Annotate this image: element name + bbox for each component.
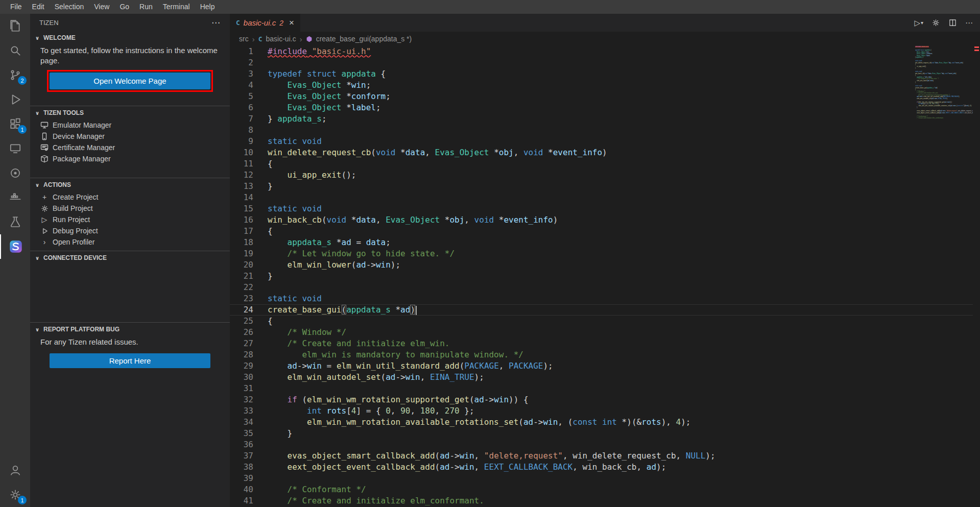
code-line[interactable]: 8 — [230, 125, 973, 136]
activity-item-source-control[interactable]: 2 — [0, 63, 30, 87]
sidebar-item-debug-project[interactable]: Debug Project — [30, 225, 230, 236]
breadcrumb-src[interactable]: src — [239, 35, 249, 43]
sidebar-item-run-project[interactable]: ▷ Run Project — [30, 214, 230, 225]
code-line[interactable]: 40 /* Conformant */ — [230, 484, 973, 495]
line-number: 33 — [230, 405, 253, 417]
code-line[interactable]: 30 elm_win_autodel_set(ad->win, EINA_TRU… — [230, 372, 973, 383]
code-line: 41 /* Create and initialize elm_conforma… — [913, 117, 973, 119]
editor-settings-button[interactable] — [931, 18, 940, 27]
activity-item-test-explorer[interactable] — [0, 161, 30, 185]
code-line[interactable]: 7} appdata_s; — [230, 113, 973, 125]
code-line[interactable]: 5 Evas_Object *conform; — [230, 91, 973, 102]
tab-basic-ui-c[interactable]: C basic-ui.c 2 × — [230, 14, 300, 32]
sidebar-item-open-profiler[interactable]: › Open Profiler — [30, 236, 230, 248]
activity-item-accounts[interactable] — [0, 458, 30, 482]
report-here-button[interactable]: Report Here — [50, 353, 210, 368]
code-line[interactable]: 20 elm_win_lower(ad->win); — [230, 259, 973, 271]
chevron-down-icon: ∨ — [34, 110, 41, 116]
open-welcome-page-button[interactable]: Open Welcome Page — [50, 73, 210, 89]
sidebar-item-emulator-manager[interactable]: Emulator Manager — [30, 119, 230, 131]
line-number: 37 — [230, 450, 253, 462]
more-actions-icon[interactable]: ⋯ — [211, 17, 221, 28]
code-line[interactable]: 41 /* Create and initialize elm_conforma… — [230, 495, 973, 506]
code-line[interactable]: 4 Evas_Object *win; — [230, 80, 973, 91]
code-line[interactable]: 39 — [230, 473, 973, 484]
menu-view[interactable]: View — [89, 0, 114, 14]
sidebar-item-device-manager[interactable]: Device Manager — [30, 131, 230, 142]
code-line[interactable]: 2 — [230, 57, 973, 68]
code-line[interactable]: 3typedef struct appdata { — [230, 68, 973, 80]
more-actions-button[interactable]: ⋯ — [965, 18, 973, 28]
run-file-button[interactable]: ▷▾ — [914, 18, 923, 28]
code-line[interactable]: 22 — [230, 282, 973, 293]
code-line[interactable]: 19 /* Let window go to hide state. */ — [230, 248, 973, 259]
sidebar-item-package-manager[interactable]: Package Manager — [30, 153, 230, 164]
code-line[interactable]: 1#include "basic-ui.h" — [230, 46, 973, 57]
breadcrumb-symbol[interactable]: create_base_gui(appdata_s *) — [316, 35, 412, 43]
code-line[interactable]: 38 eext_object_event_callback_add(ad->wi… — [230, 462, 973, 473]
code-line[interactable]: 15static void — [230, 203, 973, 214]
code-line[interactable]: 24create_base_gui(appdata_s *ad) — [230, 304, 973, 316]
sidebar-item-create-project[interactable]: + Create Project — [30, 191, 230, 203]
code-line[interactable]: 25{ — [230, 316, 973, 327]
section-connected-device-header[interactable]: ∨ CONNECTED DEVICE — [30, 251, 230, 264]
sidebar-item-label: Certificate Manager — [53, 143, 115, 152]
sidebar-item-build-project[interactable]: Build Project — [30, 203, 230, 214]
code-line[interactable]: 26 /* Window */ — [230, 327, 973, 338]
code-line[interactable]: 34 elm_win_wm_rotation_available_rotatio… — [230, 417, 973, 428]
section-welcome-header[interactable]: ∨ WELCOME — [30, 31, 230, 44]
code-line[interactable]: 16win_back_cb(void *data, Evas_Object *o… — [230, 214, 973, 226]
code-area[interactable]: 1#include "basic-ui.h"23typedef struct a… — [230, 46, 973, 507]
line-number: 11 — [230, 158, 253, 170]
sidebar-item-certificate-manager[interactable]: Certificate Manager — [30, 142, 230, 153]
activity-item-remote-explorer[interactable] — [0, 136, 30, 161]
code-line[interactable]: 12 ui_app_exit(); — [230, 170, 973, 181]
section-report-header[interactable]: ∨ REPORT PLATFORM BUG — [30, 323, 230, 336]
code-line[interactable]: 17{ — [230, 226, 973, 237]
menu-go[interactable]: Go — [114, 0, 134, 14]
code-line[interactable]: 21} — [230, 271, 973, 282]
explorer-icon — [9, 19, 22, 33]
menu-file[interactable]: File — [5, 0, 27, 14]
code-line[interactable]: 13} — [230, 181, 973, 192]
code-line[interactable]: 14 — [230, 192, 973, 203]
activity-item-explorer[interactable] — [0, 14, 30, 38]
sidebar-item-label: Package Manager — [53, 155, 111, 163]
activity-item-search[interactable] — [0, 38, 30, 63]
activity-item-docker[interactable] — [0, 185, 30, 210]
menu-run[interactable]: Run — [134, 0, 158, 14]
activity-item-extensions[interactable]: 1 — [0, 112, 30, 136]
code-line[interactable]: 9static void — [230, 136, 973, 147]
code-line[interactable]: 36 — [230, 439, 973, 450]
code-line[interactable]: 11{ — [230, 158, 973, 170]
activity-item-tizen[interactable] — [0, 234, 30, 259]
menu-selection[interactable]: Selection — [50, 0, 89, 14]
menu-help[interactable]: Help — [195, 0, 220, 14]
code-line[interactable]: 6 Evas_Object *label; — [230, 102, 973, 113]
activity-item-testing-flask[interactable] — [0, 210, 30, 234]
menu-terminal[interactable]: Terminal — [158, 0, 195, 14]
code-line[interactable]: 18 appdata_s *ad = data; — [230, 237, 973, 248]
activity-item-run-debug[interactable] — [0, 87, 30, 112]
code-line[interactable]: 28 elm_win is mandatory to manipulate wi… — [230, 349, 973, 360]
close-icon[interactable]: × — [289, 18, 294, 28]
breadcrumb-separator: › — [300, 35, 302, 43]
activity-item-settings[interactable]: 1 — [0, 482, 30, 507]
scrollbar[interactable] — [973, 46, 980, 507]
split-editor-button[interactable] — [948, 18, 957, 27]
source-control-badge: 2 — [18, 76, 27, 85]
code-line[interactable]: 37 evas_object_smart_callback_add(ad->wi… — [230, 450, 973, 462]
code-line[interactable]: 27 /* Create and initialize elm_win. — [230, 338, 973, 349]
code-line[interactable]: 33 int rots[4] = { 0, 90, 180, 270 }; — [230, 405, 973, 417]
code-line[interactable]: 31 — [230, 383, 973, 394]
code-line[interactable]: 32 if (elm_win_wm_rotation_supported_get… — [230, 394, 973, 405]
breadcrumb-file[interactable]: basic-ui.c — [266, 35, 296, 43]
section-tizen-tools-header[interactable]: ∨ TIZEN TOOLS — [30, 106, 230, 119]
menu-edit[interactable]: Edit — [27, 0, 50, 14]
code-line[interactable]: 10win_delete_request_cb(void *data, Evas… — [230, 147, 973, 158]
code-line[interactable]: 29 ad->win = elm_win_util_standard_add(P… — [230, 360, 973, 372]
minimap[interactable]: 1#include "basic-ui.h"23typedef struct a… — [913, 46, 973, 507]
section-actions-header[interactable]: ∨ ACTIONS — [30, 178, 230, 191]
code-line[interactable]: 23static void — [230, 293, 973, 304]
code-line[interactable]: 35 } — [230, 428, 973, 439]
